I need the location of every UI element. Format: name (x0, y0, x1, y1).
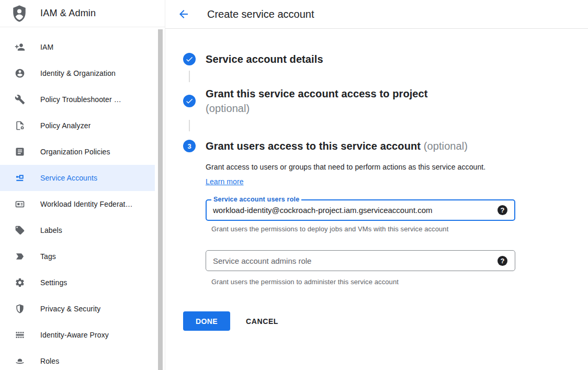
step-3-header[interactable]: 3 Grant users access to this service acc… (183, 139, 588, 153)
sidebar-item-iam[interactable]: IAM (0, 34, 155, 60)
cancel-button[interactable]: CANCEL (246, 311, 278, 331)
page-title: Create service account (207, 8, 314, 20)
sidebar-item-settings[interactable]: Settings (0, 270, 155, 296)
proxy-icon (15, 330, 25, 340)
iam-admin-shield-icon (11, 5, 28, 23)
step-connector (189, 120, 190, 131)
step-3-optional-label: (optional) (424, 140, 468, 152)
step-2-optional-label: (optional) (206, 101, 428, 116)
main-panel: Create service account Service account d… (165, 0, 588, 370)
users-role-input[interactable] (213, 206, 497, 215)
wizard: Service account details Grant this servi… (165, 29, 588, 331)
sidebar-item-service-accounts[interactable]: Service Accounts (0, 165, 155, 191)
sidebar: IAM & Admin IAM Identity & Organization … (0, 0, 165, 370)
policy-doc-icon (15, 120, 25, 131)
step-3-description: Grant access to users or groups that nee… (206, 160, 494, 189)
sidebar-item-labels[interactable]: Labels (0, 217, 155, 243)
sidebar-item-organization-policies[interactable]: Organization Policies (0, 139, 155, 165)
admins-role-input[interactable] (213, 256, 497, 265)
sidebar-item-privacy-security[interactable]: Privacy & Security (0, 296, 155, 322)
admins-role-field: ? (206, 250, 515, 271)
sidebar-item-identity-aware-proxy[interactable]: Identity-Aware Proxy (0, 322, 155, 348)
page-header: Create service account (165, 0, 588, 29)
badge-card-icon (15, 199, 25, 209)
done-button[interactable]: DONE (183, 311, 230, 331)
account-circle-icon (15, 68, 25, 79)
step-3-number-badge: 3 (183, 140, 196, 152)
users-role-field-label: Service account users role (211, 196, 301, 203)
users-role-helper-text: Grant users the permissions to deploy jo… (211, 225, 588, 233)
service-account-icon (15, 173, 25, 183)
step-2-header[interactable]: Grant this service account access to pro… (183, 86, 588, 116)
step-1-check-icon (183, 53, 196, 65)
label-important-icon (15, 251, 25, 262)
step-2-title: Grant this service account access to pro… (206, 86, 428, 101)
sidebar-header: IAM & Admin (0, 0, 165, 27)
sidebar-item-roles[interactable]: Roles (0, 348, 155, 370)
back-arrow-icon[interactable] (177, 8, 190, 20)
step-3-body: Grant access to users or groups that nee… (206, 160, 588, 286)
users-role-field: Service account users role ? (206, 199, 515, 221)
sidebar-nav: IAM Identity & Organization Policy Troub… (0, 27, 165, 370)
step-connector (189, 71, 190, 82)
person-add-icon (15, 42, 25, 52)
sidebar-item-policy-troubleshooter[interactable]: Policy Troubleshooter … (0, 86, 155, 113)
sidebar-item-tags[interactable]: Tags (0, 243, 155, 270)
product-title: IAM & Admin (40, 8, 96, 19)
article-icon (15, 147, 25, 157)
shield-half-icon (15, 304, 25, 314)
step-1-title: Service account details (206, 52, 323, 66)
sidebar-item-policy-analyzer[interactable]: Policy Analyzer (0, 113, 155, 139)
step-1-header[interactable]: Service account details (183, 52, 588, 66)
hat-icon (15, 356, 25, 366)
step-2-check-icon (183, 95, 196, 107)
gear-icon (15, 277, 25, 288)
help-icon[interactable]: ? (497, 256, 507, 266)
step-3-title: Grant users access to this service accou… (206, 139, 468, 153)
sidebar-item-identity-organization[interactable]: Identity & Organization (0, 60, 155, 86)
sidebar-item-workload-identity-federat[interactable]: Workload Identity Federat… (0, 191, 155, 217)
wizard-actions: DONE CANCEL (183, 311, 588, 331)
sidebar-scrollbar-thumb[interactable] (158, 29, 163, 370)
app-window: IAM & Admin IAM Identity & Organization … (0, 0, 588, 370)
wrench-icon (15, 94, 25, 105)
help-icon[interactable]: ? (497, 205, 507, 215)
tag-icon (15, 225, 25, 236)
admins-role-helper-text: Grant users the permission to administer… (211, 278, 588, 286)
learn-more-link[interactable]: Learn more (206, 177, 244, 186)
